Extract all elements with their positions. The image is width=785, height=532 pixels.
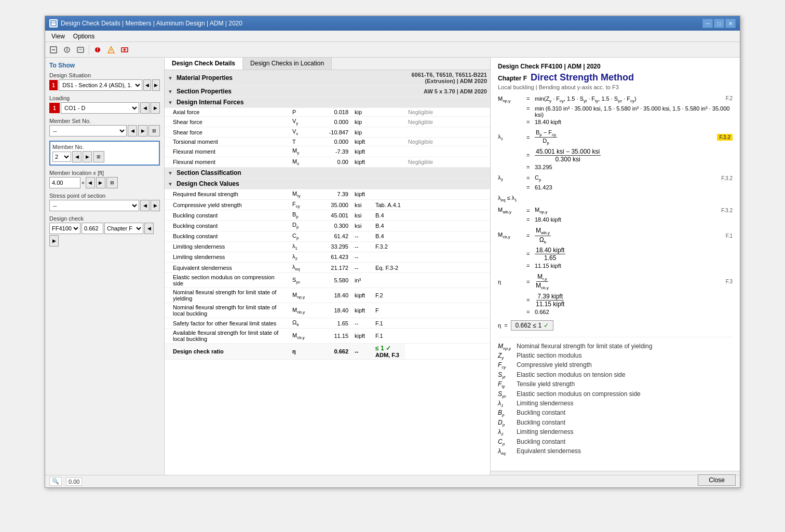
cv-name-6: Limiting slenderness (165, 252, 289, 262)
mnp-eq2: = (526, 105, 535, 112)
design-check-chapter-select[interactable]: Chapter F | L... (104, 223, 143, 234)
mnp-eq1: = (526, 96, 535, 102)
legend-desc-6: Limiting slenderness (517, 400, 573, 408)
tab-design-checks-location[interactable]: Design Checks in Location (243, 58, 332, 70)
menu-options[interactable]: Options (69, 32, 99, 41)
design-check-ratio-input[interactable] (82, 223, 103, 234)
loc-extra-btn[interactable]: ⊞ (106, 177, 118, 188)
member-location-input[interactable] (49, 177, 80, 188)
legend-sym-10: Cp (498, 438, 513, 446)
member-set-select[interactable]: -- (49, 125, 127, 137)
check-values-label: Design Check Values (177, 180, 239, 187)
cv-val-7: 21.172 (315, 263, 351, 273)
loading-next-btn[interactable]: ▶ (151, 102, 160, 114)
formula-eta: η = Mr,y Mcb,y F.3 (498, 273, 733, 291)
cv-name-12: Available flexural strength for limit st… (165, 329, 289, 344)
chapter-line: Chapter F Direct Strength Method (498, 72, 733, 83)
title-bar-left: Design Check Details | Members | Aluminu… (49, 19, 242, 28)
close-button[interactable]: ✕ (725, 19, 736, 28)
mcb-ref: F.1 (717, 233, 733, 239)
check-values-header[interactable]: ▼ Design Check Values (165, 178, 490, 189)
eta-eq2: = (526, 297, 535, 303)
mn-extra-btn[interactable]: ⊞ (93, 151, 104, 162)
cv-val-4: 61.42 (315, 231, 351, 241)
lambda1-eq3: = (526, 164, 535, 170)
legend-2: Fcy Compressive yield strength (498, 361, 733, 370)
toolbar-btn-3[interactable] (74, 44, 87, 56)
legend-desc-0: Nominal flexural strength for limit stat… (517, 343, 652, 351)
cv-val-10: 18.40 (315, 303, 351, 318)
cv-ref-6 (372, 252, 405, 262)
status-search[interactable]: 🔍 (49, 477, 62, 486)
toolbar-btn-1[interactable] (47, 44, 60, 56)
loading-badge: 1 (49, 103, 60, 113)
internal-forces-header[interactable]: ▼ Design Internal Forces (165, 97, 490, 108)
loc-prev-btn[interactable]: ◀ (86, 177, 95, 188)
mn-prev-btn[interactable]: ◀ (72, 151, 82, 162)
design-situation-select[interactable]: DS1 - Section 2.4 (ASD), 1. (59, 79, 142, 91)
legend-sym-11: λeq (498, 447, 513, 456)
toolbar-btn-5[interactable] (105, 44, 117, 56)
eta-result: 0.662 (535, 309, 733, 315)
sp-prev-btn[interactable]: ◀ (140, 200, 150, 211)
design-check-id-select[interactable]: FF4100 (49, 223, 80, 234)
cv-name-9: Nominal flexural strength for limit stat… (165, 288, 289, 303)
close-button-bar[interactable]: Close (698, 474, 736, 486)
ds-next-btn[interactable]: ▶ (152, 79, 160, 91)
mcb-eq2: = (526, 251, 535, 257)
force-unit-4: kipft (351, 146, 372, 157)
design-situation-row: Design Situation 1 DS1 - Section 2.4 (AS… (49, 72, 160, 91)
lambda1-eq2: = (526, 152, 535, 158)
loading-select[interactable]: CO1 - D (61, 102, 139, 114)
check-pass-icon: ✓ (544, 322, 549, 329)
mcb-label: Mcb,y (498, 231, 526, 239)
window-title: Design Check Details | Members | Aluminu… (61, 20, 242, 27)
cv-sym-4: Cp (289, 231, 315, 241)
cv-sym-3: Dp (289, 221, 315, 231)
section-section-header[interactable]: ▼ Section Properties AW 5 x 3.70 | ADM 2… (165, 86, 490, 97)
toolbar-btn-6[interactable] (118, 44, 131, 56)
ms-extra-btn[interactable]: ⊞ (148, 125, 160, 137)
mnp-expr: min(Zy · Fcy, 1.5 · Syt · Fty, 1.5 · Syc… (535, 96, 717, 103)
force-row-5: Flexural moment Mz 0.00 kipft Negligible (165, 157, 490, 167)
right-scroll-area[interactable]: Design Check FF4100 | ADM | 2020 Chapter… (491, 58, 740, 471)
dc-prev-btn[interactable]: ◀ (144, 223, 154, 234)
menu-view[interactable]: View (47, 32, 69, 41)
force-ref2b-4 (405, 146, 490, 157)
cv-name-5: Limiting slenderness (165, 241, 289, 252)
ms-prev-btn[interactable]: ◀ (128, 125, 137, 137)
loading-prev-btn[interactable]: ◀ (140, 102, 150, 114)
cv-unit-12: kipft (351, 329, 372, 344)
minimize-button[interactable]: ─ (702, 19, 713, 28)
toolbar-btn-4[interactable]: ! (91, 44, 104, 56)
sp-next-btn[interactable]: ▶ (151, 200, 160, 211)
material-section-header[interactable]: ▼ Material Properties 6061-T6, T6510, T6… (165, 70, 490, 86)
ds-prev-btn[interactable]: ◀ (143, 79, 151, 91)
cv-ref-11: F.1 (372, 318, 405, 329)
cv-unit-11: -- (351, 318, 372, 329)
member-no-select[interactable]: 2 (52, 152, 71, 162)
force-val-5: 0.00 (315, 157, 351, 167)
formula-eta-vals: = 7.39 kipft 11.15 kipft (498, 293, 733, 308)
legend-desc-2: Compressive yield strength (517, 361, 592, 370)
legend-sym-7: Bp (498, 409, 513, 417)
maximize-button[interactable]: □ (714, 19, 724, 28)
force-neg-0: Negligible (405, 108, 490, 117)
stress-point-select[interactable]: -- (49, 200, 139, 211)
dc-next-btn[interactable]: ▶ (49, 235, 59, 247)
lambda1-eq1: = (526, 134, 535, 141)
legend-0: Mnp,y Nominal flexural strength for limi… (498, 343, 733, 351)
tab-design-check-details[interactable]: Design Check Details (165, 58, 243, 70)
formula-lambda1-result: = 33.295 (498, 164, 733, 170)
svg-rect-6 (77, 47, 84, 52)
cv-ref-7: Eq. F.3-2 (372, 263, 405, 273)
mn-next-btn[interactable]: ▶ (83, 151, 92, 162)
section-class-header[interactable]: ▼ Section Classification (165, 167, 490, 178)
legend-sym-5: Syc (498, 390, 513, 399)
legend-11: λeq Equivalent slenderness (498, 447, 733, 456)
loc-next-btn[interactable]: ▶ (96, 177, 105, 188)
ms-next-btn[interactable]: ▶ (138, 125, 147, 137)
toolbar-btn-2[interactable] (61, 44, 73, 56)
member-set-controls: -- ◀ ▶ ⊞ (49, 125, 160, 137)
ratio-sym: η (289, 344, 315, 360)
